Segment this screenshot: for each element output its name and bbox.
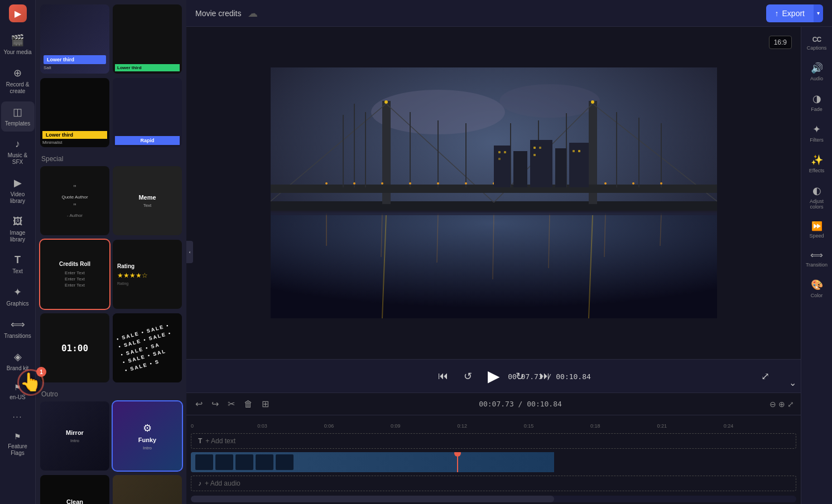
skip-to-start-button[interactable]: ⏮ xyxy=(436,368,450,384)
template-meme-text[interactable]: Meme Text xyxy=(113,166,182,235)
text-track: T + Add text xyxy=(191,431,796,451)
sidebar-item-en-us[interactable]: ⚑ en-US xyxy=(1,379,35,405)
rating-title: Rating xyxy=(117,263,134,269)
template-lower-third-2[interactable]: Lower third xyxy=(113,4,182,74)
panel-scroll-area[interactable]: Lower third Salt Lower third xyxy=(36,0,186,504)
audio-icon: 🔊 xyxy=(811,62,823,74)
aspect-ratio-value: 16:9 xyxy=(774,38,787,46)
lt1-title: Lower third xyxy=(44,55,106,64)
expand-timeline-button[interactable]: ⌄ xyxy=(789,377,796,388)
right-sidebar-item-speed[interactable]: ⏩ Speed xyxy=(802,216,831,243)
undo-button[interactable]: ↩ xyxy=(193,396,205,411)
svg-point-36 xyxy=(632,182,634,185)
play-pause-button[interactable]: ▶ xyxy=(485,365,502,387)
fit-to-window-button[interactable]: ⤢ xyxy=(787,400,794,409)
sidebar-item-feature-flags[interactable]: ⚑ FeatureFlags xyxy=(1,428,35,461)
text-icon: T xyxy=(15,254,21,266)
app-logo: ▶ xyxy=(9,4,27,22)
aspect-ratio-badge[interactable]: 16:9 xyxy=(769,36,792,49)
main-content: Movie credits ☁ ↑ Export ▾ xyxy=(186,0,832,504)
timeline-scrollbar[interactable] xyxy=(191,496,796,502)
ruler-mark-9: 0:09 xyxy=(391,423,401,429)
funky-title: Funky xyxy=(138,437,156,443)
export-button[interactable]: ↑ Export xyxy=(766,4,814,22)
fullscreen-button[interactable]: ⤢ xyxy=(761,370,770,382)
ruler-mark-3: 0:03 xyxy=(257,423,267,429)
timeline-scrollbar-thumb[interactable] xyxy=(191,496,554,502)
rewind-button[interactable]: ↺ xyxy=(461,368,474,385)
export-dropdown-button[interactable]: ▾ xyxy=(814,4,823,22)
add-text-button[interactable]: T + Add text xyxy=(191,433,796,449)
graphics-label: Graphics xyxy=(6,301,28,307)
credits-line-3: Enter Text xyxy=(65,283,85,288)
cut-button[interactable]: ✂ xyxy=(225,396,237,411)
more-icon: ··· xyxy=(13,412,23,421)
svg-rect-48 xyxy=(498,158,501,160)
credits-roll-title: Credits Roll xyxy=(59,261,90,267)
template-funky-intro[interactable]: ⚙ Funky Intro xyxy=(113,401,182,471)
right-sidebar-item-audio[interactable]: 🔊 Audio xyxy=(802,57,831,86)
duplicate-button[interactable]: ⊞ xyxy=(259,396,271,411)
sidebar-item-graphics[interactable]: ✦ Graphics xyxy=(1,282,35,312)
right-sidebar-item-captions[interactable]: CC Captions xyxy=(802,31,831,55)
text-track-icon: T xyxy=(198,437,202,445)
right-sidebar-item-adjust-colors[interactable]: ◐ Adjustcolors xyxy=(802,180,831,214)
right-sidebar-item-fade[interactable]: ◑ Fade xyxy=(802,88,831,117)
right-sidebar-item-color[interactable]: 🎨 Color xyxy=(802,274,831,303)
zoom-out-button[interactable]: ⊖ xyxy=(770,400,776,409)
template-lower-third-1[interactable]: Lower third Salt xyxy=(40,4,109,74)
filters-icon: ✦ xyxy=(812,123,821,135)
template-quote-author[interactable]: " Quote Author " - Author xyxy=(40,166,109,235)
add-audio-button[interactable]: ♪ + Add audio xyxy=(191,476,796,491)
template-timer[interactable]: 01:00 xyxy=(40,313,109,382)
rapid-title: Rapid xyxy=(115,136,180,145)
sidebar-item-more[interactable]: ··· xyxy=(1,408,35,425)
delete-button[interactable]: 🗑 xyxy=(242,397,255,411)
effects-label: Effects xyxy=(809,168,824,173)
image-library-label: Image library xyxy=(3,230,32,243)
template-credits-roll[interactable]: Credits Roll Enter Text Enter Text Enter… xyxy=(40,240,109,309)
en-us-label: en-US xyxy=(9,394,25,401)
video-track[interactable] xyxy=(191,452,796,472)
template-lower-third-3[interactable]: Lower third Minimalist xyxy=(40,78,109,147)
sidebar-item-video-library[interactable]: ▶ Video library xyxy=(1,172,35,209)
sidebar-item-brand-kit[interactable]: ◈ Brand kit xyxy=(1,346,35,376)
template-rating[interactable]: Rating ★★★★☆ Rating xyxy=(113,240,182,309)
feature-flags-label: FeatureFlags xyxy=(8,443,27,457)
right-sidebar-item-transition[interactable]: ⟺ Transition xyxy=(802,245,831,272)
sidebar-item-music-sfx[interactable]: ♪ Music & SFX xyxy=(1,134,35,170)
right-sidebar-item-filters[interactable]: ✦ Filters xyxy=(802,119,831,147)
special-grid: " Quote Author " - Author Meme Text xyxy=(40,166,182,235)
template-plunging-1[interactable]: Plunging Intro/Outro xyxy=(113,475,182,504)
svg-rect-46 xyxy=(498,151,501,153)
export-btn-group: ↑ Export ▾ xyxy=(766,4,823,22)
sidebar-item-image-library[interactable]: 🖼 Image library xyxy=(1,211,35,248)
zoom-in-button[interactable]: ⊕ xyxy=(778,400,785,409)
template-rapid[interactable]: Rapid xyxy=(113,78,182,147)
clean-title: Clean xyxy=(66,498,83,505)
sidebar-item-record-create[interactable]: ⊕ Record &create xyxy=(1,62,35,99)
right-sidebar-item-effects[interactable]: ✨ Effects xyxy=(802,149,831,178)
timeline-toolbar: ↩ ↪ ✂ 🗑 ⊞ 00:07.73 / 00:10.84 ⊖ ⊕ ⤢ xyxy=(186,393,801,415)
sidebar-item-templates[interactable]: ◫ Templates xyxy=(1,101,35,132)
export-icon: ↑ xyxy=(775,9,779,18)
meme-title: Meme xyxy=(138,194,156,201)
sidebar-item-text[interactable]: T Text xyxy=(1,250,35,279)
video-thumb-4 xyxy=(256,454,273,470)
sidebar-item-your-media[interactable]: 🎬 Your media xyxy=(1,29,35,60)
svg-rect-45 xyxy=(569,143,589,187)
quote-author-text: - Author xyxy=(67,213,83,218)
template-mirror-intro[interactable]: Mirror Intro xyxy=(40,401,109,471)
svg-point-24 xyxy=(591,100,594,104)
template-sale[interactable]: • SALE • SALE •• SALE • SALE •• SALE • S… xyxy=(113,313,182,382)
svg-rect-41 xyxy=(494,146,511,187)
lower-third-grid: Lower third Salt Lower third xyxy=(40,4,182,74)
record-create-icon: ⊕ xyxy=(13,67,22,79)
svg-point-28 xyxy=(409,182,411,185)
svg-point-29 xyxy=(437,182,439,185)
template-clean-intro[interactable]: Clean Intro xyxy=(40,475,109,504)
panel-collapse-button[interactable]: ‹ xyxy=(186,241,193,263)
your-media-icon: 🎬 xyxy=(11,33,25,47)
sidebar-item-transitions[interactable]: ⟺ Transitions xyxy=(1,314,35,344)
redo-button[interactable]: ↪ xyxy=(209,396,221,411)
